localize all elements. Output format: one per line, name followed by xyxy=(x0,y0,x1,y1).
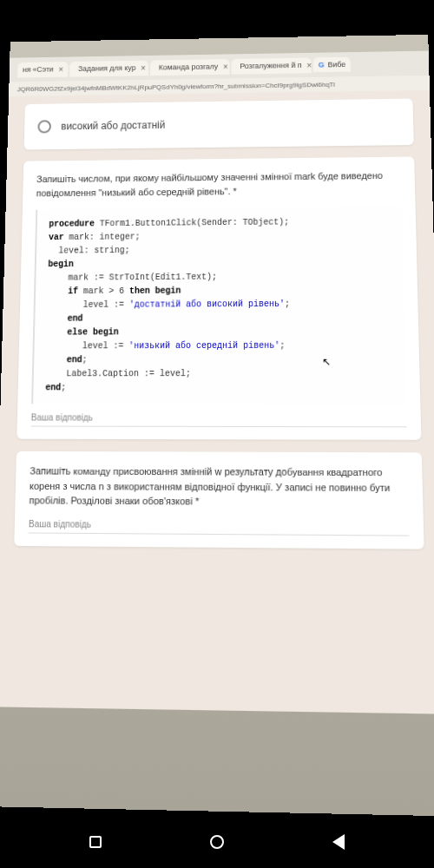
status-bar xyxy=(0,0,434,26)
code-block: procedure TForm1.Button1Click(Sender: TO… xyxy=(31,207,406,404)
tab-title: Розгалуження й п xyxy=(240,61,301,69)
question-card-radio: високий або достатній xyxy=(24,99,414,150)
question-card-code: Запишіть числом, при якому найбільшому з… xyxy=(16,156,421,439)
radio-circle-icon xyxy=(37,120,51,133)
close-icon[interactable]: × xyxy=(306,61,312,69)
close-icon[interactable]: × xyxy=(141,63,146,72)
question-text: Запишіть команду присвоювання змінній w … xyxy=(29,464,408,510)
close-icon[interactable]: × xyxy=(223,62,228,70)
answer-input[interactable]: Ваша відповідь xyxy=(31,412,407,427)
android-nav-bar xyxy=(0,816,434,868)
tab-title: ня «Сэти xyxy=(23,65,54,74)
radio-label: високий або достатній xyxy=(61,119,165,132)
browser-tab[interactable]: G Вибе xyxy=(313,57,351,73)
recent-apps-button[interactable] xyxy=(86,832,105,852)
browser-tab[interactable]: ня «Сэти × xyxy=(17,62,69,77)
triangle-icon xyxy=(332,834,345,850)
tab-title: Команда розгалу xyxy=(159,62,218,71)
answer-input[interactable]: Ваша відповідь xyxy=(29,518,410,536)
circle-icon xyxy=(210,835,224,849)
square-icon xyxy=(89,836,102,848)
browser-tab[interactable]: Розгалуження й п × xyxy=(232,57,312,74)
url-text: JQR6R0WG2fZx9jel34jwfnMBdWtKK2hLjRpuPQSd… xyxy=(17,81,335,93)
home-button[interactable] xyxy=(207,832,227,852)
laptop-screen: ня «Сэти × Задания для кур × Команда роз… xyxy=(0,35,434,817)
close-icon[interactable]: × xyxy=(58,64,63,73)
question-text: Запишіть числом, при якому найбільшому з… xyxy=(36,168,402,200)
form-content: високий або достатній Запишіть числом, п… xyxy=(0,90,434,714)
back-button[interactable] xyxy=(329,832,348,852)
question-card-sqrt: Запишіть команду присвоювання змінній w … xyxy=(14,451,424,549)
google-g-icon: G xyxy=(319,61,325,69)
browser-tab[interactable]: Задания для кур × xyxy=(69,60,148,76)
tab-title: Задания для кур xyxy=(78,63,135,72)
mouse-cursor-icon: ↖ xyxy=(322,356,331,368)
radio-option[interactable]: високий або достатній xyxy=(37,110,399,138)
browser-tab[interactable]: Команда розгалу × xyxy=(150,59,230,76)
tab-title: Вибе xyxy=(327,61,345,69)
